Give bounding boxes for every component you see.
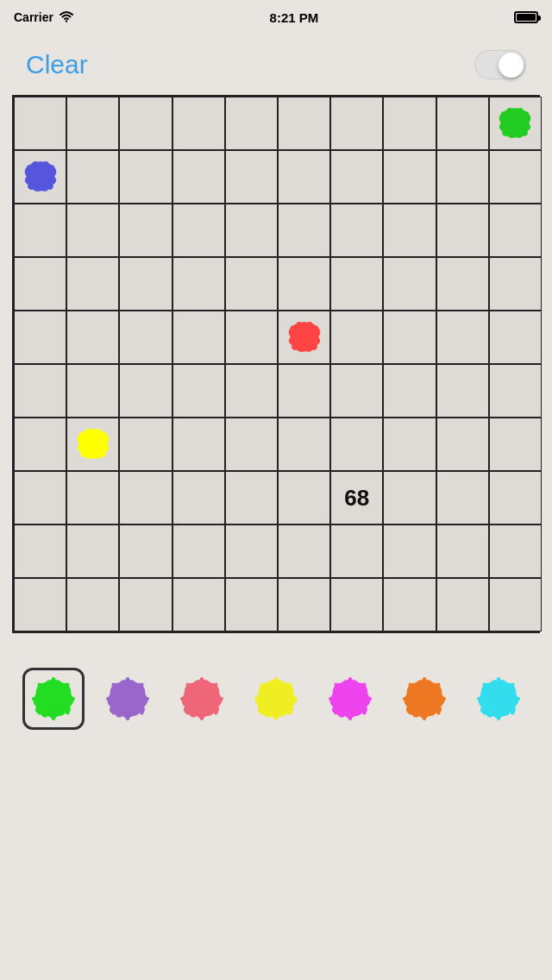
grid-cell[interactable] bbox=[436, 578, 489, 631]
grid-cell[interactable] bbox=[119, 150, 172, 204]
grid-cell[interactable] bbox=[66, 578, 119, 631]
grid-cell[interactable] bbox=[436, 204, 489, 257]
grid-cell[interactable] bbox=[225, 257, 278, 311]
grid-cell[interactable] bbox=[436, 257, 489, 311]
grid-cell[interactable] bbox=[119, 311, 172, 364]
grid-cell[interactable] bbox=[66, 150, 119, 204]
grid-cell[interactable] bbox=[330, 418, 383, 471]
grid-cell[interactable] bbox=[489, 311, 542, 364]
grid-cell[interactable] bbox=[172, 364, 225, 418]
grid-cell[interactable] bbox=[278, 257, 330, 311]
grid-cell[interactable] bbox=[330, 525, 383, 578]
grid-cell[interactable] bbox=[330, 204, 383, 257]
grid-cell[interactable] bbox=[66, 525, 119, 578]
toggle-switch[interactable] bbox=[474, 50, 526, 79]
grid-cell[interactable] bbox=[489, 471, 542, 525]
grid-cell[interactable] bbox=[330, 257, 383, 311]
grid-cell[interactable] bbox=[66, 471, 119, 525]
grid-cell[interactable] bbox=[436, 525, 489, 578]
grid-cell[interactable] bbox=[489, 364, 542, 418]
grid-cell[interactable] bbox=[278, 525, 330, 578]
grid-cell[interactable] bbox=[66, 364, 119, 418]
grid-cell[interactable] bbox=[225, 471, 278, 525]
color-swatch-cyan[interactable] bbox=[467, 668, 530, 730]
color-swatch-orange[interactable] bbox=[393, 668, 455, 730]
grid-cell[interactable] bbox=[172, 578, 225, 631]
grid-cell[interactable]: 53 bbox=[66, 418, 119, 471]
grid-cell[interactable] bbox=[436, 311, 489, 364]
grid-cell[interactable] bbox=[119, 204, 172, 257]
grid-cell[interactable] bbox=[172, 471, 225, 525]
grid-cell[interactable] bbox=[119, 418, 172, 471]
grid-cell[interactable] bbox=[172, 257, 225, 311]
grid-cell[interactable] bbox=[383, 150, 436, 204]
grid-cell[interactable] bbox=[225, 97, 278, 150]
grid-cell[interactable] bbox=[383, 97, 436, 150]
grid-cell[interactable] bbox=[225, 525, 278, 578]
grid-cell[interactable] bbox=[278, 471, 330, 525]
grid-cell[interactable] bbox=[383, 204, 436, 257]
grid-cell[interactable] bbox=[383, 311, 436, 364]
grid-cell[interactable] bbox=[119, 364, 172, 418]
grid-cell[interactable] bbox=[119, 471, 172, 525]
grid-cell[interactable] bbox=[436, 418, 489, 471]
grid-cell[interactable] bbox=[119, 257, 172, 311]
grid-cell[interactable]: 37 bbox=[278, 311, 330, 364]
grid-cell[interactable] bbox=[383, 364, 436, 418]
grid-cell[interactable] bbox=[330, 311, 383, 364]
grid-cell[interactable] bbox=[172, 204, 225, 257]
grid-cell[interactable] bbox=[489, 578, 542, 631]
clear-button[interactable]: Clear bbox=[26, 50, 88, 79]
grid-cell[interactable] bbox=[225, 311, 278, 364]
grid-cell[interactable] bbox=[383, 525, 436, 578]
grid-cell[interactable] bbox=[14, 257, 66, 311]
grid-cell[interactable]: 68 bbox=[330, 471, 383, 525]
grid-cell[interactable] bbox=[330, 97, 383, 150]
grid-cell[interactable] bbox=[225, 418, 278, 471]
grid-cell[interactable] bbox=[489, 418, 542, 471]
grid-cell[interactable] bbox=[383, 578, 436, 631]
grid-cell[interactable] bbox=[278, 204, 330, 257]
grid-cell[interactable] bbox=[436, 97, 489, 150]
grid-cell[interactable] bbox=[278, 364, 330, 418]
grid-cell[interactable] bbox=[225, 150, 278, 204]
grid-cell[interactable] bbox=[489, 150, 542, 204]
grid-cell[interactable] bbox=[330, 150, 383, 204]
grid-cell[interactable] bbox=[278, 97, 330, 150]
grid-cell[interactable] bbox=[14, 525, 66, 578]
grid-cell[interactable] bbox=[66, 204, 119, 257]
grid-cell[interactable] bbox=[66, 257, 119, 311]
grid-cell[interactable] bbox=[14, 97, 66, 150]
grid-cell[interactable] bbox=[489, 257, 542, 311]
grid-cell[interactable] bbox=[225, 578, 278, 631]
grid-cell[interactable]: 9 bbox=[489, 97, 542, 150]
grid-cell[interactable] bbox=[436, 471, 489, 525]
grid-cell[interactable] bbox=[225, 364, 278, 418]
grid-cell[interactable] bbox=[383, 418, 436, 471]
color-swatch-purple[interactable] bbox=[97, 668, 159, 730]
color-swatch-pink[interactable] bbox=[171, 668, 233, 730]
grid-cell[interactable] bbox=[489, 525, 542, 578]
grid-cell[interactable] bbox=[66, 311, 119, 364]
grid-cell[interactable] bbox=[66, 97, 119, 150]
grid-cell[interactable]: 11 bbox=[14, 150, 66, 204]
grid-cell[interactable] bbox=[172, 311, 225, 364]
grid-cell[interactable] bbox=[119, 525, 172, 578]
grid-cell[interactable] bbox=[14, 418, 66, 471]
grid-cell[interactable] bbox=[278, 150, 330, 204]
color-swatch-green[interactable] bbox=[22, 668, 85, 730]
grid-cell[interactable] bbox=[330, 578, 383, 631]
grid-cell[interactable] bbox=[225, 204, 278, 257]
game-grid[interactable]: 911375368 bbox=[14, 97, 542, 631]
grid-cell[interactable] bbox=[119, 97, 172, 150]
grid-cell[interactable] bbox=[436, 150, 489, 204]
grid-cell[interactable] bbox=[14, 364, 66, 418]
grid-cell[interactable] bbox=[278, 418, 330, 471]
grid-cell[interactable] bbox=[383, 471, 436, 525]
grid-cell[interactable] bbox=[172, 418, 225, 471]
grid-cell[interactable] bbox=[172, 525, 225, 578]
grid-cell[interactable] bbox=[278, 578, 330, 631]
grid-cell[interactable] bbox=[14, 311, 66, 364]
color-swatch-yellow[interactable] bbox=[245, 668, 307, 730]
grid-cell[interactable] bbox=[436, 364, 489, 418]
